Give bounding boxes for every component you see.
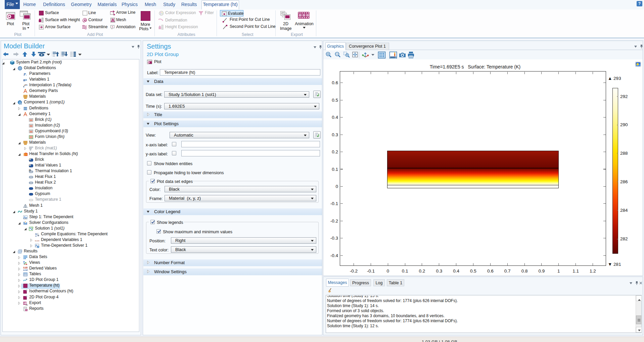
svg-text:D: D xyxy=(30,169,31,171)
svg-text:f: f xyxy=(38,232,38,234)
svg-text:i: i xyxy=(26,74,27,76)
svg-text:u,v,w: u,v,w xyxy=(35,239,39,242)
svg-text:Ω: Ω xyxy=(19,101,21,104)
svg-text:T: T xyxy=(112,26,113,29)
svg-text:P: P xyxy=(24,72,26,76)
svg-text:e-12: e-12 xyxy=(24,269,28,271)
svg-text:a=: a= xyxy=(23,78,27,82)
svg-text:at: at xyxy=(35,235,37,237)
svg-text:au: au xyxy=(35,233,38,235)
